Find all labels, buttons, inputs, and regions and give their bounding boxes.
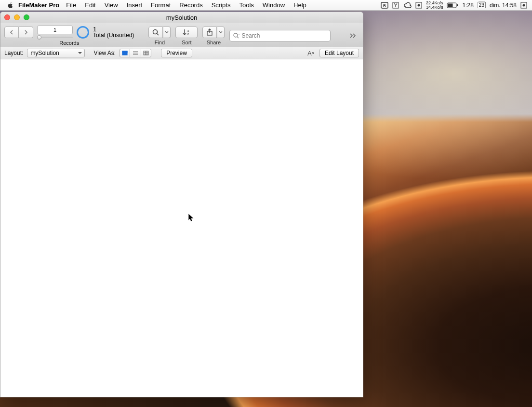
- battery-icon[interactable]: [447, 2, 458, 8]
- menu-format[interactable]: Format: [151, 1, 171, 9]
- share-label: Share: [207, 40, 221, 45]
- text-format-icon[interactable]: Aa: [307, 49, 316, 57]
- app-window: mySolution 1 1 Total (Un: [0, 12, 363, 397]
- svg-point-4: [417, 4, 420, 6]
- clock[interactable]: dim. 14:58: [490, 2, 517, 9]
- window-title: mySolution: [166, 14, 197, 21]
- app-name[interactable]: FileMaker Pro: [18, 1, 59, 9]
- preview-button[interactable]: Preview: [161, 49, 192, 57]
- layout-dropdown[interactable]: mySolution: [27, 49, 85, 57]
- creative-cloud-icon[interactable]: [403, 2, 412, 9]
- view-form-button[interactable]: [120, 49, 130, 57]
- record-pie-icon[interactable]: [77, 26, 89, 39]
- records-label: Records: [59, 40, 79, 46]
- main-toolbar: 1 1 Total (Unsorted) Records Fi: [0, 23, 363, 47]
- next-record-button[interactable]: [19, 27, 33, 38]
- sort-label: Sort: [182, 40, 191, 45]
- menu-tools[interactable]: Tools: [239, 1, 253, 9]
- menu-file[interactable]: File: [66, 1, 76, 9]
- svg-point-9: [523, 4, 525, 6]
- record-info: 1 Total (Unsorted): [93, 26, 134, 39]
- view-list-button[interactable]: [130, 49, 141, 57]
- window-minimize-button[interactable]: [14, 14, 20, 20]
- mouse-cursor-icon: [188, 213, 195, 223]
- find-dropdown[interactable]: [163, 27, 171, 38]
- menubar-extra-icon-1[interactable]: R: [381, 2, 388, 9]
- svg-text:a: a: [312, 51, 314, 55]
- svg-line-16: [237, 37, 239, 38]
- find-label: Find: [155, 40, 165, 45]
- network-rate: 22.4Ko/s34.4Ko/s: [426, 1, 443, 10]
- menu-help[interactable]: Help: [293, 1, 306, 9]
- search-field[interactable]: [229, 30, 331, 41]
- view-table-button[interactable]: [141, 49, 151, 57]
- menu-window[interactable]: Window: [263, 1, 285, 9]
- apple-menu-icon[interactable]: [7, 2, 13, 9]
- menu-view[interactable]: View: [105, 1, 118, 9]
- record-slider[interactable]: [37, 35, 73, 39]
- search-input[interactable]: [241, 32, 327, 39]
- window-close-button[interactable]: [4, 14, 10, 20]
- svg-line-11: [157, 33, 159, 35]
- format-bar: Layout: mySolution View As: Preview Aa E…: [0, 47, 363, 59]
- share-dropdown[interactable]: [217, 27, 225, 38]
- menu-records[interactable]: Records: [179, 1, 202, 9]
- window-titlebar[interactable]: mySolution: [0, 12, 363, 23]
- svg-text:z: z: [187, 32, 189, 35]
- record-number-field[interactable]: 1: [37, 26, 73, 34]
- search-icon: [233, 32, 239, 39]
- battery-time: 1:28: [462, 2, 473, 9]
- svg-rect-6: [448, 3, 453, 7]
- toolbar-expand-button[interactable]: [347, 33, 359, 39]
- menubar-extra-icon-2[interactable]: [392, 2, 399, 9]
- svg-text:A: A: [307, 50, 312, 57]
- svg-point-15: [234, 33, 238, 37]
- svg-rect-7: [457, 4, 458, 6]
- svg-text:R: R: [383, 3, 386, 8]
- calendar-icon[interactable]: 23: [478, 2, 486, 8]
- layout-content[interactable]: [0, 62, 363, 397]
- sort-button[interactable]: az: [175, 27, 198, 38]
- menubar-extra-icon-3[interactable]: [415, 2, 422, 9]
- macos-menubar: FileMaker Pro File Edit View Insert Form…: [0, 0, 532, 11]
- window-zoom-button[interactable]: [24, 14, 29, 20]
- edit-layout-button[interactable]: Edit Layout: [319, 49, 359, 57]
- find-button[interactable]: [148, 27, 163, 38]
- menu-scripts[interactable]: Scripts: [212, 1, 231, 9]
- menu-insert[interactable]: Insert: [127, 1, 143, 9]
- share-button[interactable]: [202, 27, 217, 38]
- svg-rect-22: [144, 51, 148, 55]
- menu-edit[interactable]: Edit: [85, 1, 95, 9]
- viewas-label: View As:: [93, 50, 116, 56]
- prev-record-button[interactable]: [4, 27, 19, 38]
- svg-point-10: [153, 29, 158, 34]
- svg-rect-18: [122, 51, 127, 53]
- menubar-extra-icon-4[interactable]: [520, 2, 527, 9]
- layout-label: Layout:: [4, 50, 23, 56]
